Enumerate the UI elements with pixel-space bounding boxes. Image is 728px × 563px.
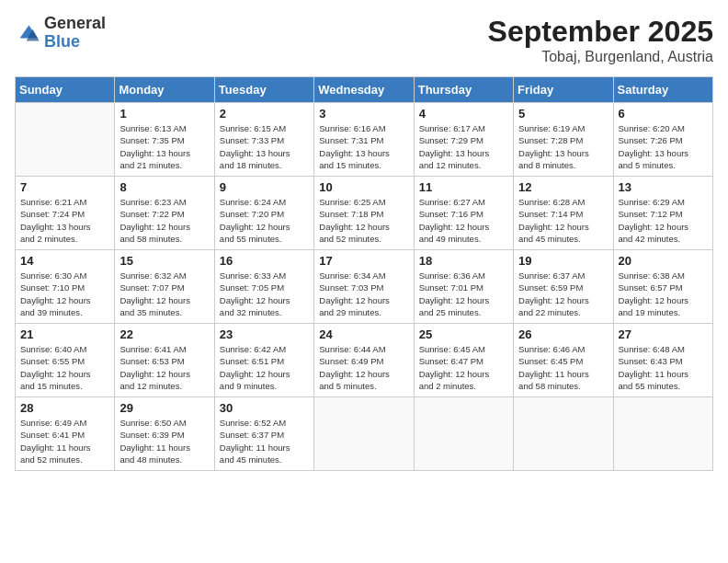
- header-thursday: Thursday: [414, 77, 513, 103]
- day-number: 15: [119, 254, 209, 268]
- calendar-cell: 18Sunrise: 6:36 AM Sunset: 7:01 PM Dayli…: [414, 250, 513, 324]
- day-number: 10: [319, 180, 408, 194]
- calendar-cell: [414, 397, 513, 471]
- day-info: Sunrise: 6:20 AM Sunset: 7:26 PM Dayligh…: [619, 122, 708, 171]
- day-info: Sunrise: 6:27 AM Sunset: 7:16 PM Dayligh…: [419, 196, 508, 245]
- day-number: 9: [220, 180, 309, 194]
- calendar-cell: 26Sunrise: 6:46 AM Sunset: 6:45 PM Dayli…: [514, 324, 613, 397]
- title-area: September 2025 Tobaj, Burgenland, Austri…: [488, 15, 713, 65]
- calendar-cell: 6Sunrise: 6:20 AM Sunset: 7:26 PM Daylig…: [613, 103, 712, 177]
- day-info: Sunrise: 6:32 AM Sunset: 7:07 PM Dayligh…: [119, 270, 209, 318]
- day-info: Sunrise: 6:13 AM Sunset: 7:35 PM Dayligh…: [119, 122, 209, 171]
- day-info: Sunrise: 6:24 AM Sunset: 7:20 PM Dayligh…: [220, 196, 309, 245]
- day-number: 5: [518, 107, 608, 121]
- calendar-cell: 2Sunrise: 6:15 AM Sunset: 7:33 PM Daylig…: [214, 103, 313, 177]
- day-number: 20: [619, 254, 708, 268]
- day-number: 6: [619, 107, 708, 121]
- month-title: September 2025: [488, 15, 713, 49]
- header-sunday: Sunday: [16, 77, 115, 103]
- header-monday: Monday: [115, 77, 214, 103]
- calendar-cell: 24Sunrise: 6:44 AM Sunset: 6:49 PM Dayli…: [314, 324, 414, 397]
- calendar-cell: 17Sunrise: 6:34 AM Sunset: 7:03 PM Dayli…: [314, 250, 414, 324]
- day-info: Sunrise: 6:42 AM Sunset: 6:51 PM Dayligh…: [220, 343, 309, 392]
- day-number: 11: [419, 180, 508, 194]
- day-info: Sunrise: 6:16 AM Sunset: 7:31 PM Dayligh…: [319, 122, 408, 171]
- calendar-cell: 22Sunrise: 6:41 AM Sunset: 6:53 PM Dayli…: [115, 324, 214, 397]
- calendar-cell: 14Sunrise: 6:30 AM Sunset: 7:10 PM Dayli…: [16, 250, 115, 324]
- week-row-4: 21Sunrise: 6:40 AM Sunset: 6:55 PM Dayli…: [16, 324, 713, 397]
- day-info: Sunrise: 6:46 AM Sunset: 6:45 PM Dayligh…: [518, 343, 608, 392]
- day-number: 12: [518, 180, 608, 194]
- week-row-5: 28Sunrise: 6:49 AM Sunset: 6:41 PM Dayli…: [16, 397, 713, 471]
- calendar-cell: 28Sunrise: 6:49 AM Sunset: 6:41 PM Dayli…: [16, 397, 115, 471]
- day-number: 28: [20, 401, 109, 415]
- day-info: Sunrise: 6:23 AM Sunset: 7:22 PM Dayligh…: [119, 196, 209, 245]
- day-number: 18: [419, 254, 508, 268]
- day-number: 3: [319, 107, 408, 121]
- page-header: General Blue September 2025 Tobaj, Burge…: [15, 15, 713, 65]
- day-number: 13: [619, 180, 708, 194]
- week-row-1: 1Sunrise: 6:13 AM Sunset: 7:35 PM Daylig…: [16, 103, 713, 177]
- week-row-3: 14Sunrise: 6:30 AM Sunset: 7:10 PM Dayli…: [16, 250, 713, 324]
- calendar-cell: [613, 397, 712, 471]
- day-info: Sunrise: 6:45 AM Sunset: 6:47 PM Dayligh…: [419, 343, 508, 392]
- day-number: 25: [419, 327, 508, 341]
- location-title: Tobaj, Burgenland, Austria: [488, 49, 713, 65]
- day-number: 2: [220, 107, 309, 121]
- day-number: 4: [419, 107, 508, 121]
- calendar-cell: 29Sunrise: 6:50 AM Sunset: 6:39 PM Dayli…: [115, 397, 214, 471]
- calendar-cell: 15Sunrise: 6:32 AM Sunset: 7:07 PM Dayli…: [115, 250, 214, 324]
- header-tuesday: Tuesday: [214, 77, 313, 103]
- day-info: Sunrise: 6:34 AM Sunset: 7:03 PM Dayligh…: [319, 270, 408, 318]
- week-row-2: 7Sunrise: 6:21 AM Sunset: 7:24 PM Daylig…: [16, 177, 713, 250]
- day-number: 27: [619, 327, 708, 341]
- calendar-header-row: SundayMondayTuesdayWednesdayThursdayFrid…: [16, 77, 713, 103]
- calendar-cell: 13Sunrise: 6:29 AM Sunset: 7:12 PM Dayli…: [613, 177, 712, 250]
- day-info: Sunrise: 6:36 AM Sunset: 7:01 PM Dayligh…: [419, 270, 508, 318]
- day-info: Sunrise: 6:41 AM Sunset: 6:53 PM Dayligh…: [119, 343, 209, 392]
- day-number: 14: [20, 254, 109, 268]
- day-info: Sunrise: 6:28 AM Sunset: 7:14 PM Dayligh…: [518, 196, 608, 245]
- day-number: 17: [319, 254, 408, 268]
- logo: General Blue: [15, 15, 106, 52]
- day-number: 1: [119, 107, 209, 121]
- logo-general-text: General: [44, 14, 106, 32]
- header-wednesday: Wednesday: [314, 77, 414, 103]
- day-number: 7: [20, 180, 109, 194]
- calendar-cell: 7Sunrise: 6:21 AM Sunset: 7:24 PM Daylig…: [16, 177, 115, 250]
- day-info: Sunrise: 6:33 AM Sunset: 7:05 PM Dayligh…: [220, 270, 309, 318]
- day-number: 19: [518, 254, 608, 268]
- calendar-cell: [314, 397, 414, 471]
- calendar-cell: 8Sunrise: 6:23 AM Sunset: 7:22 PM Daylig…: [115, 177, 214, 250]
- day-info: Sunrise: 6:40 AM Sunset: 6:55 PM Dayligh…: [20, 343, 109, 392]
- calendar-cell: 3Sunrise: 6:16 AM Sunset: 7:31 PM Daylig…: [314, 103, 414, 177]
- day-info: Sunrise: 6:49 AM Sunset: 6:41 PM Dayligh…: [20, 417, 109, 465]
- day-info: Sunrise: 6:44 AM Sunset: 6:49 PM Dayligh…: [319, 343, 408, 392]
- day-number: 8: [119, 180, 209, 194]
- calendar-cell: 21Sunrise: 6:40 AM Sunset: 6:55 PM Dayli…: [16, 324, 115, 397]
- day-number: 30: [220, 401, 309, 415]
- day-info: Sunrise: 6:29 AM Sunset: 7:12 PM Dayligh…: [619, 196, 708, 245]
- calendar-cell: 20Sunrise: 6:38 AM Sunset: 6:57 PM Dayli…: [613, 250, 712, 324]
- calendar-cell: 25Sunrise: 6:45 AM Sunset: 6:47 PM Dayli…: [414, 324, 513, 397]
- calendar-cell: 19Sunrise: 6:37 AM Sunset: 6:59 PM Dayli…: [514, 250, 613, 324]
- day-info: Sunrise: 6:37 AM Sunset: 6:59 PM Dayligh…: [518, 270, 608, 318]
- day-number: 21: [20, 327, 109, 341]
- calendar-cell: 30Sunrise: 6:52 AM Sunset: 6:37 PM Dayli…: [214, 397, 313, 471]
- day-info: Sunrise: 6:30 AM Sunset: 7:10 PM Dayligh…: [20, 270, 109, 318]
- logo-blue-text: Blue: [44, 32, 80, 51]
- calendar-cell: 27Sunrise: 6:48 AM Sunset: 6:43 PM Dayli…: [613, 324, 712, 397]
- calendar-table: SundayMondayTuesdayWednesdayThursdayFrid…: [15, 76, 713, 471]
- calendar-cell: 1Sunrise: 6:13 AM Sunset: 7:35 PM Daylig…: [115, 103, 214, 177]
- calendar-cell: 4Sunrise: 6:17 AM Sunset: 7:29 PM Daylig…: [414, 103, 513, 177]
- day-info: Sunrise: 6:38 AM Sunset: 6:57 PM Dayligh…: [619, 270, 708, 318]
- day-info: Sunrise: 6:50 AM Sunset: 6:39 PM Dayligh…: [119, 417, 209, 465]
- day-number: 16: [220, 254, 309, 268]
- day-info: Sunrise: 6:52 AM Sunset: 6:37 PM Dayligh…: [220, 417, 309, 465]
- header-saturday: Saturday: [613, 77, 712, 103]
- calendar-cell: 9Sunrise: 6:24 AM Sunset: 7:20 PM Daylig…: [214, 177, 313, 250]
- calendar-cell: 10Sunrise: 6:25 AM Sunset: 7:18 PM Dayli…: [314, 177, 414, 250]
- calendar-cell: 12Sunrise: 6:28 AM Sunset: 7:14 PM Dayli…: [514, 177, 613, 250]
- day-info: Sunrise: 6:19 AM Sunset: 7:28 PM Dayligh…: [518, 122, 608, 171]
- day-info: Sunrise: 6:17 AM Sunset: 7:29 PM Dayligh…: [419, 122, 508, 171]
